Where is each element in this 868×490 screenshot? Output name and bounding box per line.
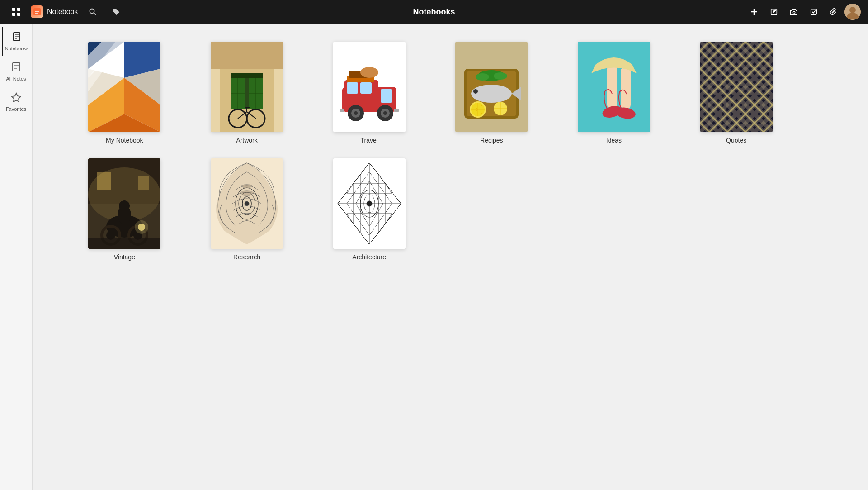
svg-rect-2: [12, 13, 15, 16]
svg-rect-69: [394, 109, 399, 112]
notebook-label-ideas: Ideas: [606, 137, 622, 144]
notebook-item-research[interactable]: Research: [191, 158, 303, 261]
sidebar-item-favorites[interactable]: Favorites: [2, 88, 31, 116]
content-area: My Notebook: [33, 24, 868, 490]
notebook-item-my-notebook[interactable]: My Notebook: [69, 42, 180, 144]
apps-button[interactable]: [7, 3, 25, 21]
svg-rect-61: [381, 89, 392, 103]
svg-point-64: [354, 111, 358, 115]
notebook-label-travel: Travel: [360, 137, 377, 144]
tags-button[interactable]: [107, 3, 125, 21]
header-left: Notebook: [7, 3, 745, 21]
svg-rect-55: [211, 42, 283, 69]
notebook-item-architecture[interactable]: Architecture: [313, 158, 425, 261]
svg-point-134: [135, 220, 148, 234]
sidebar-all-notes-label: All Notes: [6, 76, 26, 81]
notebook-cover-architecture: [333, 158, 406, 249]
svg-rect-136: [138, 176, 149, 190]
notebook-item-ideas[interactable]: Ideas: [558, 42, 670, 144]
notebook-label-vintage: Vintage: [114, 253, 135, 261]
notebook-cover-research: [211, 158, 283, 249]
page-title: Notebooks: [413, 7, 455, 17]
svg-point-171: [367, 201, 372, 206]
notebook-cover-quotes: [700, 42, 773, 132]
svg-rect-135: [97, 172, 111, 190]
header: Notebook Notebooks: [0, 0, 868, 24]
notebook-cover-recipes: [455, 42, 528, 132]
svg-point-76: [471, 85, 512, 103]
sidebar-notebooks-label: Notebooks: [5, 46, 29, 51]
svg-point-15: [793, 11, 795, 14]
svg-rect-0: [12, 8, 15, 11]
checkbox-button[interactable]: [805, 3, 823, 21]
notebooks-icon: [12, 32, 22, 44]
main-layout: Notebooks All Notes Favorites: [0, 24, 868, 490]
notebook-cover-ideas: [578, 42, 650, 132]
add-button[interactable]: [745, 3, 763, 21]
notebook-cover-vintage: [88, 158, 160, 249]
svg-point-18: [849, 7, 856, 13]
svg-rect-1: [17, 8, 20, 11]
svg-marker-28: [12, 93, 21, 102]
svg-point-142: [245, 201, 249, 206]
svg-point-90: [494, 72, 507, 80]
svg-point-67: [383, 111, 387, 115]
svg-rect-93: [621, 67, 631, 109]
notebook-label-my-notebook: My Notebook: [106, 137, 143, 144]
notebook-item-vintage[interactable]: Vintage: [69, 158, 180, 261]
notebook-item-quotes[interactable]: Quotes: [680, 42, 792, 144]
svg-point-78: [473, 89, 478, 94]
sidebar-item-notebooks[interactable]: Notebooks: [2, 27, 31, 56]
notebook-cover-artwork: [211, 42, 283, 132]
svg-rect-137: [88, 238, 160, 249]
header-right: [745, 3, 861, 21]
notebook-label-quotes: Quotes: [726, 137, 746, 144]
notebook-label-recipes: Recipes: [480, 137, 503, 144]
svg-rect-16: [811, 9, 817, 15]
sidebar: Notebooks All Notes Favorites: [0, 24, 33, 490]
svg-rect-60: [360, 82, 372, 94]
notebook-item-artwork[interactable]: Artwork: [191, 42, 303, 144]
notebook-label-architecture: Architecture: [352, 253, 386, 261]
notebook-cover-my-notebook: [88, 42, 160, 132]
svg-point-132: [119, 200, 130, 211]
svg-point-89: [476, 73, 489, 81]
svg-rect-42: [231, 73, 263, 78]
logo-icon: [31, 5, 43, 18]
all-notes-icon: [11, 62, 21, 74]
svg-rect-20: [13, 33, 14, 40]
sidebar-favorites-label: Favorites: [6, 106, 26, 112]
search-button[interactable]: [84, 3, 102, 21]
camera-button[interactable]: [785, 3, 803, 21]
svg-rect-68: [340, 109, 344, 112]
user-avatar[interactable]: [844, 4, 861, 20]
svg-line-9: [94, 13, 96, 15]
svg-rect-3: [17, 13, 20, 16]
app-logo[interactable]: Notebook: [31, 5, 78, 18]
notebook-item-travel[interactable]: Travel: [313, 42, 425, 144]
notebook-label-artwork: Artwork: [236, 137, 257, 144]
sidebar-item-all-notes[interactable]: All Notes: [2, 57, 31, 86]
app-name: Notebook: [47, 8, 78, 16]
svg-point-72: [360, 67, 378, 78]
favorites-icon: [11, 92, 21, 105]
svg-point-8: [90, 9, 94, 14]
notebook-item-recipes[interactable]: Recipes: [436, 42, 547, 144]
new-note-button[interactable]: [765, 3, 783, 21]
notebook-cover-travel: [333, 42, 406, 132]
notebook-label-research: Research: [233, 253, 260, 261]
svg-rect-59: [347, 82, 358, 94]
notebook-grid: My Notebook: [69, 42, 792, 261]
svg-rect-92: [607, 64, 617, 109]
attachment-button[interactable]: [825, 3, 843, 21]
